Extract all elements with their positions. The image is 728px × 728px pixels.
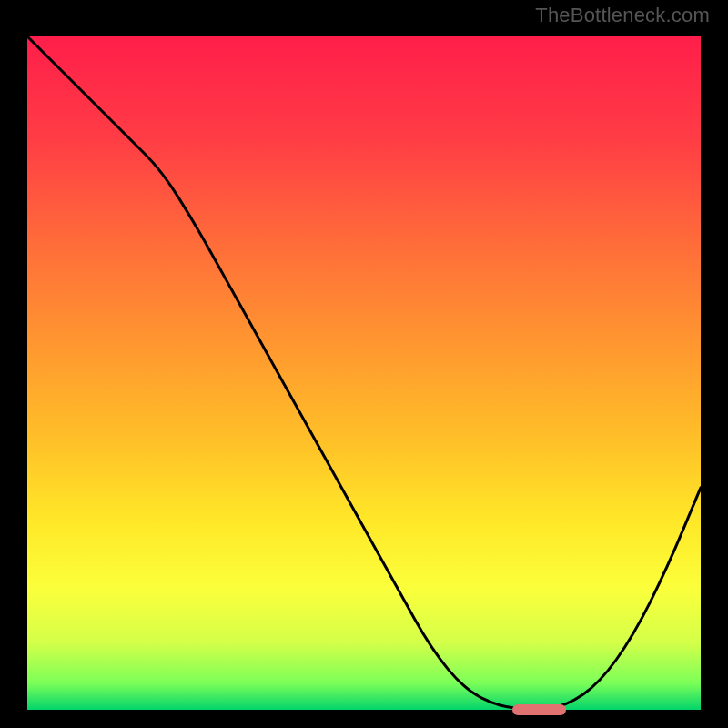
- bottleneck-curve: [27, 36, 701, 710]
- chart-frame: [18, 27, 710, 719]
- watermark-text: TheBottleneck.com: [535, 4, 710, 27]
- plot-area: [27, 36, 701, 710]
- optimal-marker: [512, 704, 566, 715]
